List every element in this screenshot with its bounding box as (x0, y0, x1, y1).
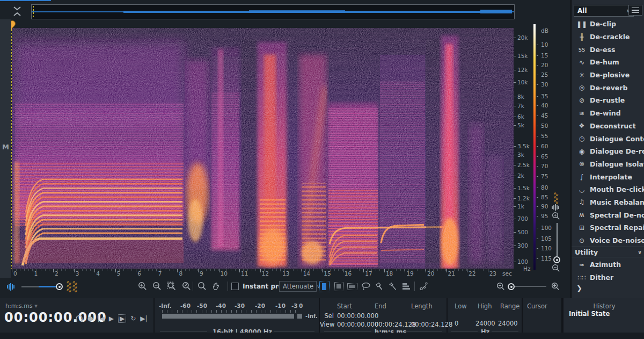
waveform-blend-icon (7, 283, 14, 291)
h-zoom-out-button[interactable] (496, 282, 505, 291)
channel-gutter: M (0, 19, 11, 278)
module-item[interactable]: ≋ De-wind (572, 107, 644, 120)
freq-tick-label: 5k (517, 122, 524, 128)
spectrogram-display[interactable] (12, 28, 514, 269)
range-freq-value[interactable]: 24000 (498, 320, 518, 327)
time-selection-tool[interactable] (319, 281, 330, 292)
meter-scale-label: -60 (180, 302, 191, 309)
zoom-in-icon (552, 212, 560, 220)
meter-clip-indicator[interactable] (297, 314, 302, 319)
module-item[interactable]: ❖ Deconstruct (572, 120, 644, 133)
module-filter-dropdown[interactable]: All ∨ (574, 5, 634, 17)
high-freq-value[interactable]: 24000 (475, 320, 495, 327)
spectrogram-view-icon[interactable]: ∿∿∿ (551, 192, 561, 204)
history-entry[interactable]: Initial State (569, 310, 610, 318)
time-tick (239, 269, 240, 272)
module-label: Voice De-noise (590, 236, 644, 244)
freq-tick (514, 246, 516, 246)
time-tick (74, 269, 75, 272)
time-tick-label: 7 (158, 270, 162, 277)
db-tick-label: 40 (541, 102, 548, 109)
chevron-collapse-icon (12, 5, 23, 18)
vertical-zoom-slider-knob[interactable] (553, 256, 560, 263)
low-freq-value[interactable]: 0 (455, 320, 458, 327)
grab-tool-button[interactable] (212, 282, 221, 291)
find-similar-tool[interactable] (419, 281, 429, 292)
skip-back-button[interactable]: |◀ (97, 315, 104, 322)
magnify-tool-button[interactable] (197, 282, 207, 291)
zoom-out-vertical-button[interactable] (552, 264, 560, 272)
module-item[interactable]: ◉ Dialogue De-reverb (572, 145, 644, 158)
module-item[interactable]: ⊘ De-rustle (572, 94, 644, 107)
waveform-view-icon[interactable] (552, 204, 559, 211)
meter-bar[interactable] (162, 314, 294, 319)
module-item[interactable]: ʍ Spectral De-noise (572, 208, 644, 221)
monitor-button[interactable] (75, 315, 83, 322)
module-item[interactable]: ❚❚ De-clip (572, 18, 644, 31)
module-item[interactable]: ✳ De-plosive (572, 69, 644, 82)
time-tick-label: 3 (76, 270, 79, 277)
time-format-selector[interactable]: h:m:s.ms ▾ (5, 302, 38, 309)
record-button[interactable]: ● (87, 315, 93, 322)
module-item[interactable]: ∷∷ Dither (572, 271, 644, 284)
lasso-selection-tool[interactable] (361, 281, 371, 292)
zoom-out-icon (552, 264, 560, 272)
sel-start-value[interactable]: 00:00:00.000 (337, 312, 378, 320)
frequency-selection-tool[interactable] (347, 281, 357, 292)
module-label: De-crackle (590, 33, 630, 41)
zoom-in-button[interactable] (138, 282, 147, 291)
time-tick-label: 13 (282, 270, 289, 277)
module-menu-button[interactable] (628, 5, 642, 16)
module-label: De-rustle (590, 96, 625, 104)
view-end-value[interactable]: 00:00:24.128 (375, 321, 416, 328)
time-tick-label: 11 (241, 270, 248, 277)
module-item[interactable]: ♫ Music Rebalance (572, 196, 644, 209)
adaptive-selection-tool[interactable] (401, 281, 412, 292)
module-icon: ss (576, 46, 587, 53)
module-label: Spectral De-noise (590, 211, 644, 219)
module-icon: ⊙ (576, 237, 587, 244)
play-selection-button[interactable]: ▶ (118, 314, 126, 323)
db-colorbar[interactable] (533, 24, 536, 270)
time-frequency-selection-tool[interactable] (333, 281, 344, 292)
module-item[interactable]: ⊜ Dialogue Isolate (572, 158, 644, 171)
zoom-out-button[interactable] (152, 282, 162, 291)
toolbar-separator (228, 282, 228, 291)
module-item[interactable]: ◡ Mouth De-click (572, 183, 644, 196)
magic-wand-tool[interactable] (387, 281, 398, 292)
blend-slider-knob[interactable] (56, 283, 63, 290)
module-item[interactable]: ss De-ess (572, 43, 644, 56)
module-item[interactable]: ◎ De-reverb (572, 81, 644, 94)
module-item[interactable]: ∿ De-hum (572, 56, 644, 69)
time-tick-label: 2 (55, 270, 58, 277)
module-item[interactable]: ∫ Interpolate (572, 170, 644, 183)
utility-section-header[interactable]: Utility ∨ (572, 247, 644, 257)
h-zoom-slider-knob[interactable] (508, 283, 515, 290)
instant-process-checkbox[interactable] (231, 283, 239, 290)
process-mode-dropdown[interactable]: Attenuate ∨ (279, 281, 317, 292)
time-ruler[interactable]: sec 012345678910111213141516171819202122… (0, 269, 514, 278)
blend-slider-track-left[interactable] (21, 286, 39, 287)
module-item[interactable]: ⊙ Voice De-noise (572, 234, 644, 247)
view-length-value[interactable]: 00:00:24.128 (411, 321, 452, 328)
cursor-panel: Cursor (523, 298, 562, 333)
play-button[interactable]: ▶ (109, 315, 114, 322)
module-icon: ⊘ (576, 97, 587, 104)
module-item[interactable]: ◷ Dialogue Contour (572, 132, 644, 145)
show-more-chevron[interactable]: ❯ (576, 284, 582, 292)
overview-collapse-button[interactable] (12, 5, 23, 18)
brush-selection-tool[interactable] (374, 281, 385, 292)
module-item[interactable]: ≈ Azimuth (572, 258, 644, 271)
loop-button[interactable]: ↻ (130, 315, 136, 322)
skip-forward-button[interactable]: ▶| (140, 315, 147, 322)
waveform-overview[interactable] (31, 4, 515, 19)
module-item[interactable]: ⊞ Spectral Repair (572, 221, 644, 234)
zoom-selection-button[interactable] (167, 282, 177, 291)
module-item[interactable]: ╫ De-crackle (572, 31, 644, 44)
h-zoom-in-button[interactable] (551, 282, 560, 291)
vertical-zoom-slider[interactable] (557, 223, 558, 256)
zoom-fit-button[interactable] (182, 282, 191, 291)
zoom-in-vertical-button[interactable] (552, 212, 560, 220)
module-label: Deconstruct (590, 122, 636, 130)
view-start-value[interactable]: 00:00:00.000 (337, 321, 378, 328)
